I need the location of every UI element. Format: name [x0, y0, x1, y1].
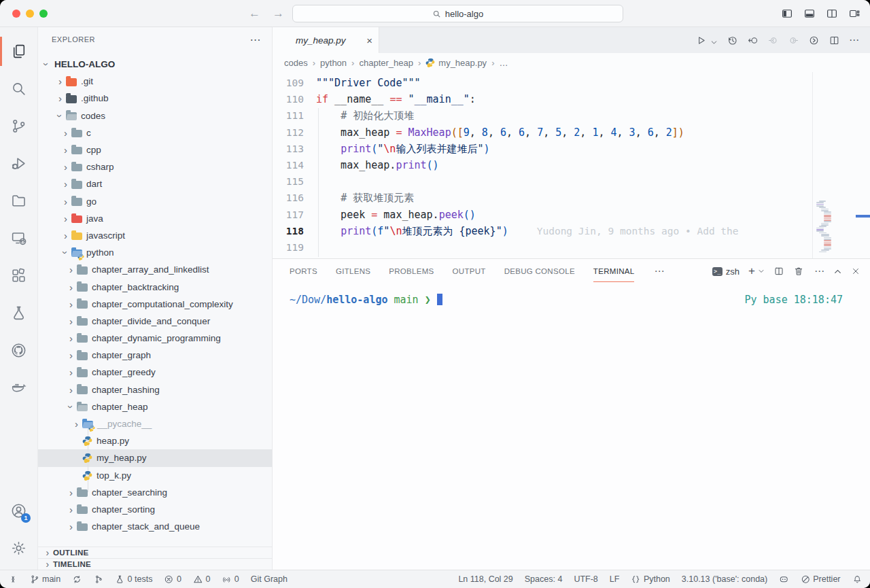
extensions-icon[interactable] [0, 257, 37, 294]
toggle-sidebar-icon[interactable] [781, 7, 793, 20]
accounts-icon[interactable]: 1 [0, 492, 37, 530]
status-warnings[interactable]: 0 [193, 574, 210, 585]
chevron-right-icon[interactable]: › [60, 161, 71, 173]
breadcrumb-item[interactable]: chapter_heap [359, 58, 413, 68]
sidebar-item-chapter-array-and-linkedlist[interactable]: ›chapter_array_and_linkedlist [38, 261, 272, 278]
chevron-right-icon[interactable]: › [60, 144, 71, 156]
timeline-icon[interactable] [727, 35, 738, 46]
sidebar-item-chapter-backtracking[interactable]: ›chapter_backtracking [38, 278, 272, 295]
code-line-118[interactable]: 118 print(f"\n堆顶元素为 {peek}")Yudong Jin, … [273, 223, 870, 239]
chevron-right-icon[interactable]: › [54, 92, 66, 104]
code-line-113[interactable]: 113 print("\n输入列表并建堆后") [273, 141, 870, 157]
sidebar-item-chapter-dynamic-programming[interactable]: ›chapter_dynamic_programming [38, 330, 272, 347]
split-terminal-icon[interactable] [773, 266, 784, 277]
panel-tab-ports[interactable]: PORTS [290, 267, 317, 275]
close-window-button[interactable] [12, 10, 20, 18]
chevron-right-icon[interactable]: › [65, 298, 77, 310]
chevron-down-icon[interactable]: › [41, 58, 52, 70]
sidebar-item-pycache[interactable]: ›__pycache__ [38, 415, 272, 432]
status-tests[interactable]: 0 tests [115, 574, 152, 585]
sidebar-item-csharp[interactable]: ›csharp [38, 158, 272, 175]
status-line-col[interactable]: Ln 118, Col 29 [458, 574, 512, 584]
section-timeline[interactable]: ›TIMELINE [38, 558, 272, 570]
status-notifications[interactable] [852, 574, 863, 585]
explorer-more-actions-icon[interactable]: ⋯ [250, 33, 262, 46]
sidebar-item-chapter-graph[interactable]: ›chapter_graph [38, 347, 272, 364]
chevron-right-icon[interactable]: › [65, 349, 77, 361]
breadcrumb-item[interactable]: codes [284, 58, 308, 68]
chevron-right-icon[interactable]: › [65, 332, 77, 344]
run-button[interactable] [695, 35, 707, 46]
sidebar-item-python[interactable]: ›python [38, 244, 272, 261]
breadcrumb-item[interactable]: python [320, 58, 347, 68]
open-changes-icon[interactable] [747, 35, 759, 46]
code-line-111[interactable]: 111 # 初始化大顶堆 [273, 107, 870, 124]
command-center-search[interactable]: hello-algo [292, 5, 623, 22]
panel-tab-problems[interactable]: PROBLEMS [389, 267, 434, 275]
status-ports-forwarded[interactable]: 0 [222, 574, 239, 585]
panel-tab-gitlens[interactable]: GITLENS [336, 267, 370, 275]
chevron-right-icon[interactable]: › [65, 281, 77, 293]
code-line-115[interactable]: 115 [273, 173, 870, 190]
explorer-icon[interactable] [0, 33, 37, 70]
sidebar-item-go[interactable]: ›go [38, 193, 272, 210]
sidebar-item-heap-py[interactable]: heap.py [38, 432, 272, 449]
remote-explorer-icon[interactable] [0, 220, 37, 257]
status-python-interpreter[interactable]: 3.10.13 ('base': conda) [682, 574, 767, 584]
run-dropdown-icon[interactable] [710, 37, 718, 44]
sidebar-item-top-k-py[interactable]: top_k.py [38, 467, 272, 484]
status-encoding[interactable]: UTF-8 [574, 574, 597, 584]
sidebar-item-dart[interactable]: ›dart [38, 175, 272, 192]
docker-icon[interactable] [0, 369, 37, 407]
sidebar-item-chapter-searching[interactable]: ›chapter_searching [38, 484, 272, 501]
chevron-right-icon[interactable]: › [71, 418, 82, 430]
section-outline[interactable]: ›OUTLINE [38, 547, 272, 558]
status-language-mode[interactable]: Python [631, 574, 669, 585]
navigate-forward-icon[interactable]: → [273, 7, 284, 20]
panel-more-tabs-icon[interactable]: ⋯ [654, 265, 664, 277]
close-panel-icon[interactable] [851, 266, 860, 276]
run-debug-icon[interactable] [0, 145, 37, 182]
terminal-instance-zsh[interactable]: >_zsh [712, 266, 740, 277]
sidebar-item-git[interactable]: ›.git [38, 73, 272, 90]
breadcrumb-item[interactable]: my_heap.py [425, 58, 487, 68]
sidebar-item-c[interactable]: ›c [38, 124, 272, 141]
status-indentation[interactable]: Spaces: 4 [525, 574, 563, 584]
sidebar-item-github[interactable]: ›.github [38, 90, 272, 107]
status-remote[interactable] [8, 574, 18, 585]
close-tab-icon[interactable]: × [366, 35, 372, 46]
gitlens-graph-icon[interactable] [808, 35, 820, 46]
sidebar-item-cpp[interactable]: ›cpp [38, 141, 272, 158]
breadcrumb-item[interactable]: … [499, 58, 508, 68]
sidebar-item-chapter-greedy[interactable]: ›chapter_greedy [38, 364, 272, 381]
next-change-icon[interactable] [788, 35, 799, 46]
panel-tab-debug-console[interactable]: DEBUG CONSOLE [504, 267, 575, 275]
status-errors[interactable]: 0 [164, 574, 181, 585]
split-editor-icon[interactable] [829, 35, 840, 46]
chevron-right-icon[interactable]: › [65, 521, 77, 532]
chevron-down-icon[interactable]: › [65, 401, 77, 413]
maximize-panel-icon[interactable] [833, 267, 842, 276]
status-eol[interactable]: LF [610, 574, 620, 584]
code-line-109[interactable]: 109"""Driver Code""" [273, 75, 870, 91]
minimize-window-button[interactable] [26, 10, 34, 18]
previous-change-icon[interactable] [767, 35, 779, 46]
source-control-icon[interactable] [0, 107, 37, 145]
status-branch[interactable]: main [30, 574, 61, 585]
testing-icon[interactable] [0, 294, 37, 332]
split-editor-layout-icon[interactable] [826, 7, 838, 20]
code-editor[interactable]: 109"""Driver Code"""110if __name__ == "_… [273, 72, 870, 258]
customize-layout-icon[interactable] [848, 7, 860, 20]
sidebar-item-chapter-hashing[interactable]: ›chapter_hashing [38, 381, 272, 398]
search-icon[interactable] [0, 70, 37, 107]
tab-my-heap[interactable]: my_heap.py × [273, 27, 379, 53]
chevron-right-icon[interactable]: › [60, 213, 71, 224]
sidebar-item-hello-algo[interactable]: ›HELLO-ALGO [38, 56, 272, 73]
navigate-back-icon[interactable]: ← [249, 7, 260, 20]
new-terminal-dropdown-icon[interactable] [758, 268, 765, 275]
chevron-right-icon[interactable]: › [65, 366, 77, 378]
status-sync[interactable] [72, 574, 82, 585]
chevron-right-icon[interactable]: › [60, 127, 71, 139]
sidebar-item-chapter-sorting[interactable]: ›chapter_sorting [38, 501, 272, 518]
new-terminal-button[interactable]: + [748, 264, 755, 278]
